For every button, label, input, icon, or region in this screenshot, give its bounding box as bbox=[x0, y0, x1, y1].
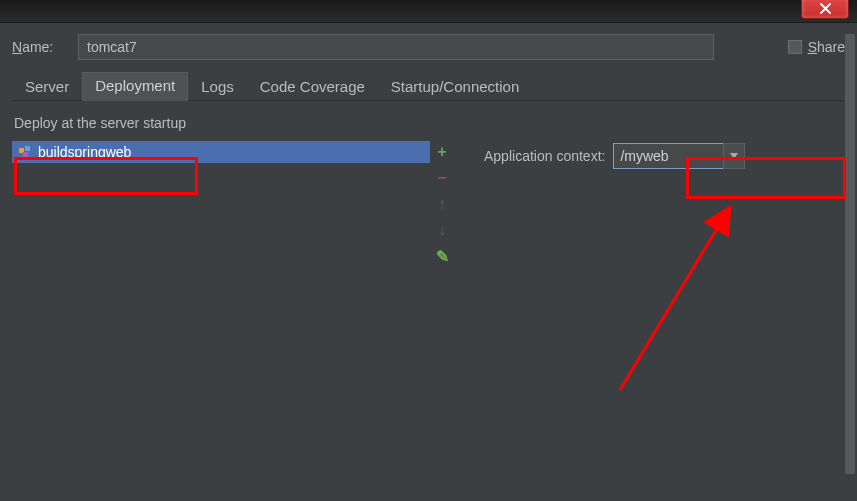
close-icon bbox=[820, 3, 831, 14]
name-input[interactable] bbox=[78, 34, 714, 60]
list-toolbar: + − ↑ ↓ ✎ bbox=[430, 141, 454, 461]
context-row: Application context: bbox=[484, 143, 845, 169]
deploy-row: buildspringweb + − ↑ ↓ ✎ Application con… bbox=[12, 141, 845, 461]
tab-bar: Server Deployment Logs Code Coverage Sta… bbox=[12, 72, 845, 101]
share-group[interactable]: Share bbox=[788, 39, 845, 55]
artifact-settings-pane: Application context: bbox=[454, 141, 845, 461]
tab-startup-connection[interactable]: Startup/Connection bbox=[378, 73, 532, 101]
artifact-item[interactable]: buildspringweb bbox=[12, 141, 430, 163]
share-checkbox[interactable] bbox=[788, 40, 802, 54]
name-label: Name: bbox=[12, 39, 70, 55]
close-button[interactable] bbox=[801, 0, 849, 19]
application-context-input[interactable] bbox=[613, 143, 723, 169]
svg-rect-1 bbox=[25, 146, 30, 151]
move-up-button[interactable]: ↑ bbox=[433, 195, 451, 213]
section-title: Deploy at the server startup bbox=[14, 115, 845, 131]
artifact-name: buildspringweb bbox=[38, 144, 131, 160]
titlebar bbox=[0, 0, 857, 23]
application-context-combobox[interactable] bbox=[613, 143, 745, 169]
artifact-list[interactable]: buildspringweb bbox=[12, 141, 430, 461]
tab-server[interactable]: Server bbox=[12, 73, 82, 101]
remove-button[interactable]: − bbox=[433, 169, 451, 187]
share-label: Share bbox=[808, 39, 845, 55]
add-button[interactable]: + bbox=[433, 143, 451, 161]
config-dialog: Name: Share Server Deployment Logs Code … bbox=[0, 0, 857, 501]
svg-rect-2 bbox=[23, 152, 28, 157]
chevron-down-icon bbox=[730, 153, 738, 159]
tab-deployment[interactable]: Deployment bbox=[82, 72, 188, 101]
move-down-button[interactable]: ↓ bbox=[433, 221, 451, 239]
name-row: Name: Share bbox=[12, 22, 845, 72]
tab-logs[interactable]: Logs bbox=[188, 73, 247, 101]
deployment-panel: Deploy at the server startup buildspring… bbox=[12, 101, 845, 461]
dialog-body: Name: Share Server Deployment Logs Code … bbox=[0, 22, 857, 501]
application-context-label: Application context: bbox=[484, 148, 605, 164]
application-context-dropdown-button[interactable] bbox=[723, 143, 745, 169]
edit-button[interactable]: ✎ bbox=[433, 247, 451, 265]
tab-code-coverage[interactable]: Code Coverage bbox=[247, 73, 378, 101]
artifact-icon bbox=[18, 145, 32, 159]
